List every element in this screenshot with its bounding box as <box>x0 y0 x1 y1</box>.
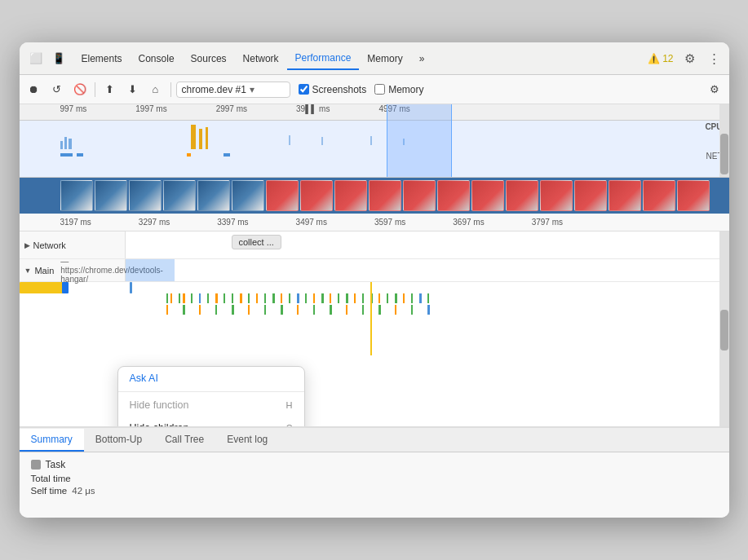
main-track-row: ▼ Main — https://chrome.dev/devtools-han… <box>20 259 729 282</box>
network-track-content: collect ... <box>126 231 729 258</box>
svg-rect-63 <box>378 305 381 315</box>
self-time-value: 42 μs <box>72 486 95 496</box>
svg-rect-37 <box>330 293 331 303</box>
tracks-scrollbar[interactable] <box>719 231 729 426</box>
tab-event-log[interactable]: Event log <box>215 429 279 452</box>
lower-ruler-mark-3: 3397 ms <box>217 218 295 227</box>
context-menu-ask-ai[interactable]: Ask AI <box>118 367 304 390</box>
tab-memory[interactable]: Memory <box>359 48 410 69</box>
clear-button[interactable]: 🚫 <box>70 80 90 99</box>
ruler-mark-1: 997 ms <box>60 104 136 113</box>
svg-rect-26 <box>240 293 242 303</box>
tab-performance[interactable]: Performance <box>287 47 360 70</box>
timeline-area[interactable]: 997 ms 1997 ms 2997 ms 39▌▌ ms 4997 ms <box>20 104 729 178</box>
dock-icon[interactable]: ⬜ <box>26 51 46 66</box>
bottom-content: Task Total time Self time 42 μs <box>20 452 729 518</box>
svg-rect-67 <box>62 282 69 293</box>
svg-rect-1 <box>64 137 67 149</box>
svg-rect-20 <box>191 293 193 303</box>
tab-more[interactable]: » <box>411 48 433 69</box>
svg-rect-5 <box>206 127 208 149</box>
filmstrip-frame-red <box>334 180 367 211</box>
tab-call-tree[interactable]: Call Tree <box>153 429 215 452</box>
device-icon[interactable]: 📱 <box>49 51 69 66</box>
reload-button[interactable]: ↺ <box>47 80 67 99</box>
filmstrip-frame <box>129 180 162 211</box>
record-button[interactable]: ⏺ <box>24 80 44 99</box>
filmstrip-frame-red <box>403 180 436 211</box>
svg-rect-17 <box>170 293 172 303</box>
network-track-row: ▶ Network collect ... <box>20 231 729 259</box>
svg-rect-46 <box>403 293 405 303</box>
divider-1 <box>95 82 95 97</box>
filmstrip-frame-red <box>266 180 299 211</box>
tab-elements[interactable]: Elements <box>73 48 131 69</box>
svg-rect-38 <box>338 293 339 303</box>
svg-rect-57 <box>281 305 283 315</box>
memory-checkbox[interactable]: Memory <box>374 84 423 95</box>
lower-ruler-mark-7: 3797 ms <box>532 218 610 227</box>
more-options-icon[interactable]: ⋮ <box>706 50 723 68</box>
lower-ruler-mark-5: 3597 ms <box>374 218 453 227</box>
devtools-window: ⬜ 📱 Elements Console Sources Network Per… <box>20 42 729 518</box>
tracks-scrollbar-thumb[interactable] <box>720 310 728 351</box>
tab-bottom-up[interactable]: Bottom-Up <box>84 429 153 452</box>
lower-ruler-mark-1: 3197 ms <box>60 218 139 227</box>
tab-summary[interactable]: Summary <box>20 429 84 452</box>
svg-rect-15 <box>130 282 132 293</box>
filmstrip <box>20 178 729 214</box>
toolbar-settings-icon[interactable]: ⚙ <box>705 80 724 99</box>
dropdown-arrow-icon: ▾ <box>250 84 254 95</box>
svg-rect-36 <box>321 293 324 303</box>
warning-badge[interactable]: ⚠️ 12 <box>648 53 673 64</box>
ruler-mark-4: 39▌▌ ms <box>296 104 378 113</box>
record-icon: ⏺ <box>29 83 39 95</box>
upload-button[interactable]: ⬆ <box>100 80 120 99</box>
main-label: Main <box>34 266 54 276</box>
collapse-icon-main[interactable]: ▼ <box>24 267 32 275</box>
filmstrip-frame <box>232 180 264 211</box>
svg-rect-51 <box>183 305 185 315</box>
upload-icon: ⬆ <box>105 83 114 95</box>
svg-rect-41 <box>362 293 364 303</box>
download-button[interactable]: ⬇ <box>123 80 143 99</box>
net-graph <box>60 149 710 165</box>
tab-console[interactable]: Console <box>131 48 183 69</box>
tab-bar: ⬜ 📱 Elements Console Sources Network Per… <box>20 42 729 75</box>
bottom-panel: Summary Bottom-Up Call Tree Event log Ta… <box>20 427 729 518</box>
profile-select[interactable]: chrome.dev #1 ▾ <box>176 82 290 98</box>
svg-rect-18 <box>179 293 180 303</box>
screenshots-label: Screenshots <box>312 84 367 95</box>
svg-rect-29 <box>264 293 266 303</box>
timeline-scrollbar-thumb[interactable] <box>720 134 728 174</box>
tab-sources[interactable]: Sources <box>183 48 235 69</box>
svg-rect-16 <box>166 293 168 303</box>
collect-button[interactable]: collect ... <box>232 235 281 249</box>
home-icon: ⌂ <box>153 83 159 95</box>
context-menu-hide-children[interactable]: Hide children C <box>118 417 304 427</box>
main-track-content <box>126 259 729 281</box>
main-track-highlight <box>126 259 175 281</box>
filmstrip-frame <box>163 180 196 211</box>
svg-rect-10 <box>60 153 73 157</box>
timeline-scrollbar[interactable] <box>719 104 729 177</box>
tab-bar-left-controls: ⬜ 📱 <box>26 51 69 66</box>
settings-icon[interactable]: ⚙ <box>682 50 697 68</box>
total-time-row: Total time <box>31 474 718 483</box>
svg-rect-64 <box>395 305 396 315</box>
screenshots-checkbox[interactable]: Screenshots <box>299 84 367 95</box>
svg-rect-62 <box>362 305 364 315</box>
filmstrip-frame <box>60 180 93 211</box>
warning-count: 12 <box>662 53 673 64</box>
tab-network[interactable]: Network <box>235 48 287 69</box>
svg-rect-39 <box>346 293 348 303</box>
lower-ruler: 3197 ms 3297 ms 3397 ms 3497 ms 3597 ms … <box>20 214 729 231</box>
svg-rect-23 <box>215 293 218 303</box>
bottom-tabs: Summary Bottom-Up Call Tree Event log <box>20 428 729 452</box>
collapse-icon[interactable]: ▶ <box>24 241 30 249</box>
home-button[interactable]: ⌂ <box>146 80 166 99</box>
lower-ruler-mark-6: 3697 ms <box>453 218 531 227</box>
svg-rect-4 <box>199 129 202 149</box>
svg-rect-27 <box>248 293 250 303</box>
svg-rect-68 <box>370 282 372 355</box>
